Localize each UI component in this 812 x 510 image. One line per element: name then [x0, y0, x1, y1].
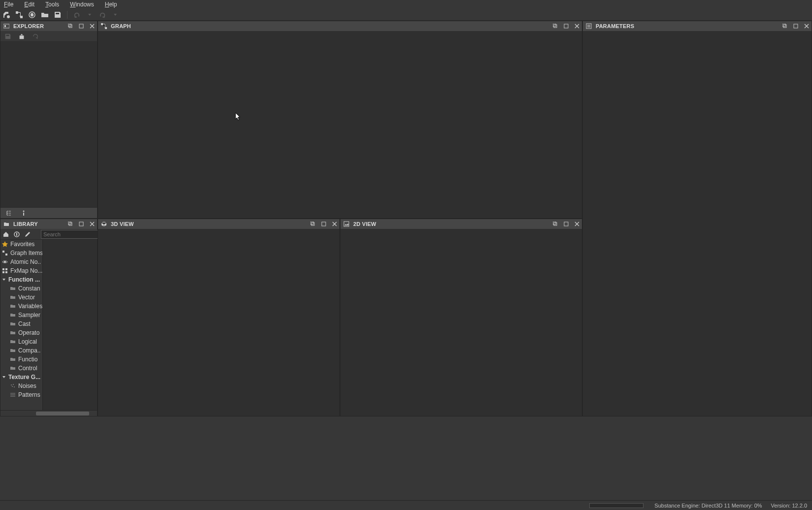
- save-icon[interactable]: [53, 10, 62, 19]
- maximize-panel-icon[interactable]: [562, 220, 570, 228]
- redo-dropdown-icon[interactable]: [111, 10, 120, 19]
- view2d-title: 2D VIEW: [353, 221, 548, 227]
- view3d-title: 3D VIEW: [111, 221, 306, 227]
- pattern-icon: [9, 391, 16, 398]
- maximize-panel-icon[interactable]: [562, 22, 570, 30]
- open-icon[interactable]: [40, 10, 49, 19]
- new-graph-icon[interactable]: [15, 10, 24, 19]
- new-substance-icon[interactable]: [2, 10, 11, 19]
- folder-icon: [9, 347, 16, 354]
- folder-icon: [9, 365, 16, 372]
- svg-rect-38: [322, 222, 326, 226]
- chevron-down-icon[interactable]: [1, 277, 6, 282]
- library-content: [43, 240, 97, 410]
- explorer-refresh-icon[interactable]: [31, 32, 40, 41]
- tree-variables[interactable]: Variables: [0, 302, 42, 311]
- redo-icon[interactable]: [98, 10, 107, 19]
- lib-home-icon[interactable]: [2, 230, 9, 239]
- tree-graph-items[interactable]: Graph Items: [0, 249, 42, 257]
- svg-point-33: [13, 384, 14, 385]
- undo-icon[interactable]: [72, 10, 81, 19]
- tree-constant[interactable]: Constan: [0, 284, 42, 293]
- undo-dropdown-icon[interactable]: [85, 10, 94, 19]
- close-panel-icon[interactable]: [88, 220, 96, 228]
- svg-rect-17: [783, 25, 786, 28]
- tree-comparison[interactable]: Compa..: [0, 346, 42, 355]
- maximize-panel-icon[interactable]: [320, 220, 328, 228]
- graph-body[interactable]: [98, 31, 582, 218]
- close-panel-icon[interactable]: [573, 22, 581, 30]
- float-panel-icon[interactable]: [781, 22, 789, 30]
- view3d-header: 3D VIEW: [98, 219, 339, 229]
- svg-rect-6: [69, 25, 72, 28]
- tree-logical[interactable]: Logical: [0, 337, 42, 346]
- library-header: LIBRARY: [0, 219, 97, 229]
- svg-rect-21: [68, 222, 71, 224]
- noise-icon: [9, 382, 16, 389]
- menu-windows[interactable]: Windows: [68, 0, 96, 8]
- tree-vector[interactable]: Vector: [0, 293, 42, 302]
- float-panel-icon[interactable]: [67, 220, 74, 228]
- new-package-icon[interactable]: [28, 10, 36, 19]
- cube-icon: [100, 220, 108, 228]
- maximize-panel-icon[interactable]: [77, 22, 85, 30]
- float-panel-icon[interactable]: [551, 220, 559, 228]
- explorer-title: EXPLORER: [13, 23, 64, 29]
- cursor-icon: [235, 112, 241, 121]
- lib-edit-icon[interactable]: [24, 230, 31, 239]
- maximize-panel-icon[interactable]: [77, 220, 85, 228]
- close-panel-icon[interactable]: [88, 22, 96, 30]
- svg-rect-18: [782, 24, 785, 27]
- tree-atomic-nodes[interactable]: Atomic No..: [0, 257, 42, 266]
- tree-function[interactable]: Function ...: [0, 275, 42, 284]
- view2d-body[interactable]: [340, 229, 582, 416]
- library-panel: LIBRARY » Favorites Graph Items Atomic N…: [0, 219, 98, 416]
- menu-help[interactable]: Help: [103, 0, 119, 8]
- close-panel-icon[interactable]: [331, 220, 338, 228]
- menu-edit[interactable]: Edit: [22, 0, 36, 8]
- parameters-header: PARAMETERS: [583, 21, 812, 31]
- tree-texture-gen[interactable]: Texture G...: [0, 373, 42, 382]
- library-tree[interactable]: Favorites Graph Items Atomic No.. FxMap …: [0, 240, 43, 410]
- close-panel-icon[interactable]: [573, 220, 581, 228]
- view3d-body[interactable]: [98, 229, 339, 416]
- svg-rect-30: [2, 271, 4, 273]
- explorer-header: EXPLORER: [0, 21, 97, 31]
- scrollbar-thumb[interactable]: [36, 412, 89, 415]
- tree-favorites[interactable]: Favorites: [0, 240, 42, 249]
- library-toolbar: »: [0, 229, 97, 240]
- explorer-body: [0, 42, 97, 207]
- folder-icon: [9, 320, 16, 327]
- library-body: Favorites Graph Items Atomic No.. FxMap …: [0, 240, 97, 410]
- menu-file[interactable]: File: [2, 0, 15, 8]
- svg-rect-4: [3, 24, 9, 28]
- explorer-tree-icon[interactable]: [4, 209, 13, 218]
- folder-icon: [9, 303, 16, 310]
- float-panel-icon[interactable]: [67, 22, 74, 30]
- tree-samplers[interactable]: Sampler: [0, 311, 42, 319]
- tree-patterns[interactable]: Patterns: [0, 390, 42, 399]
- close-panel-icon[interactable]: [803, 22, 811, 30]
- tree-function-fn[interactable]: Functio: [0, 355, 42, 364]
- explorer-panel: EXPLORER: [0, 21, 98, 219]
- tree-control[interactable]: Control: [0, 364, 42, 373]
- explorer-info-icon[interactable]: [20, 209, 29, 218]
- parameters-icon: [585, 22, 593, 30]
- svg-rect-28: [2, 268, 4, 270]
- menubar: File Edit Tools Windows Help: [0, 0, 812, 9]
- menu-tools[interactable]: Tools: [43, 0, 61, 8]
- tree-operators[interactable]: Operato: [0, 328, 42, 337]
- tree-fxmap-nodes[interactable]: FxMap No...: [0, 266, 42, 275]
- explorer-save-icon[interactable]: [3, 32, 12, 41]
- chevron-down-icon[interactable]: [1, 375, 6, 380]
- tree-noises[interactable]: Noises: [0, 382, 42, 390]
- float-panel-icon[interactable]: [551, 22, 559, 30]
- maximize-panel-icon[interactable]: [792, 22, 800, 30]
- lib-import-icon[interactable]: [13, 230, 20, 239]
- library-hscroll[interactable]: [0, 410, 97, 416]
- view2d-header: 2D VIEW: [340, 219, 582, 229]
- svg-point-0: [7, 15, 10, 18]
- float-panel-icon[interactable]: [309, 220, 317, 228]
- tree-cast[interactable]: Cast: [0, 319, 42, 328]
- explorer-export-icon[interactable]: [17, 32, 26, 41]
